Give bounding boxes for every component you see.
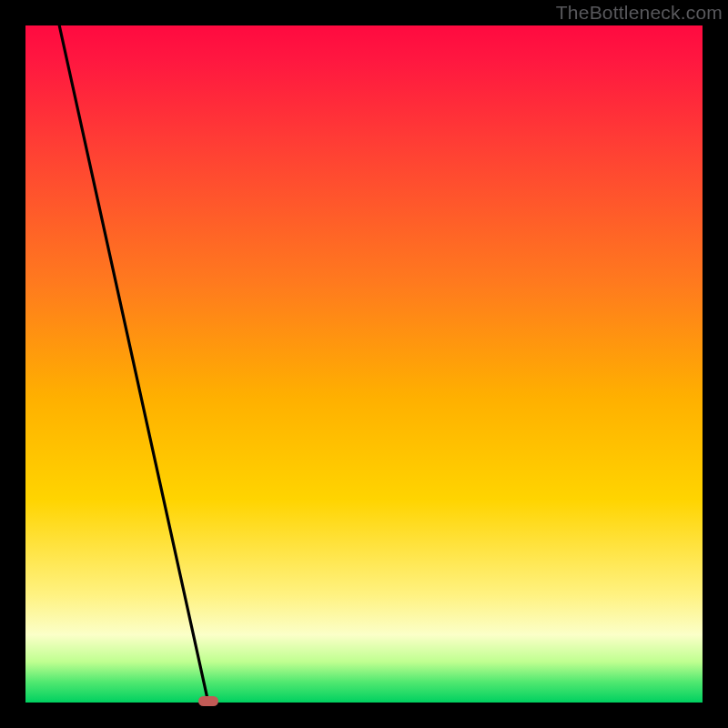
- chart-frame: TheBottleneck.com: [0, 0, 728, 728]
- optimal-point-marker: [198, 696, 218, 706]
- bottleneck-curve: [25, 25, 703, 703]
- watermark-text: TheBottleneck.com: [556, 2, 723, 24]
